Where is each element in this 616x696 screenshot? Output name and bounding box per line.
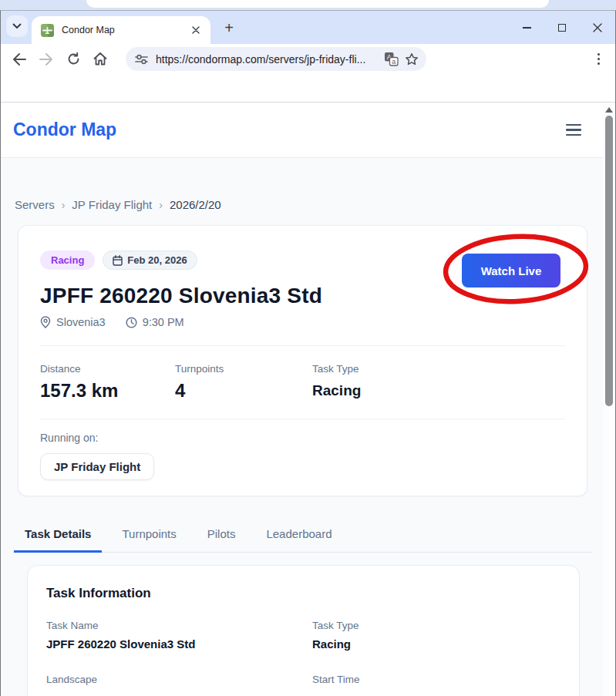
menu-button[interactable]: [563, 121, 584, 140]
field-task-type: Task Type Racing: [312, 601, 560, 651]
scrollbar-thumb[interactable]: [605, 116, 613, 406]
running-on-label: Running on:: [40, 432, 565, 444]
date-badge-label: Feb 20, 2026: [127, 254, 187, 266]
tab-task-details[interactable]: Task Details: [14, 527, 102, 553]
tab-close-icon[interactable]: [189, 23, 203, 37]
screenshot: Condor Map +: [0, 0, 616, 696]
detail-tabs: Task Details Turnpoints Pilots Leaderboa…: [13, 527, 592, 553]
breadcrumb-separator: ›: [62, 199, 66, 211]
svg-text:a: a: [392, 58, 396, 66]
racing-badge: Racing: [40, 250, 95, 270]
landscape-meta: Slovenia3: [40, 316, 106, 328]
stat-distance: Distance 157.3 km: [40, 346, 175, 402]
window-minimize-button[interactable]: [509, 11, 544, 44]
scrollbar-up-arrow[interactable]: [605, 107, 613, 113]
task-summary-card: Racing Feb 20, 2026 Watch Live JPFF 2602…: [18, 225, 587, 496]
breadcrumb-separator: ›: [159, 199, 163, 211]
close-icon: [593, 23, 602, 32]
site-header: Condor Map: [1, 103, 604, 158]
task-meta-row: Slovenia3 9:30 PM: [40, 316, 565, 328]
page-scrollbar[interactable]: [603, 103, 615, 696]
landscape-name: Slovenia3: [56, 316, 106, 328]
stat-task-type: Task Type Racing: [312, 346, 565, 402]
chevron-down-icon: [12, 23, 22, 29]
url-text[interactable]: https://condormap.com/servers/jp-friday-…: [156, 53, 378, 66]
breadcrumb-current-date: 2026/2/20: [170, 198, 221, 211]
server-chip[interactable]: JP Friday Flight: [40, 453, 154, 480]
stats-row: Distance 157.3 km Turnpoints 4 Task Type…: [40, 346, 565, 402]
back-icon: [12, 53, 26, 66]
page-body: Servers › JP Friday Flight › 2026/2/20 R…: [1, 158, 604, 696]
site-logo[interactable]: Condor Map: [13, 119, 116, 140]
task-information-card: Task Information Task Name JPFF 260220 S…: [27, 565, 580, 696]
browser-menu-button[interactable]: [589, 49, 608, 70]
time-meta: 9:30 PM: [126, 316, 184, 328]
task-information-title: Task Information: [46, 586, 560, 601]
clock-icon: [126, 317, 137, 328]
field-landscape: Landscape: [46, 651, 312, 685]
breadcrumb: Servers › JP Friday Flight › 2026/2/20: [13, 158, 592, 211]
start-time: 9:30 PM: [143, 316, 184, 328]
condor-map-favicon-icon: [41, 24, 54, 37]
page-viewport: Condor Map Servers › JP Friday Flight › …: [1, 103, 615, 696]
translate-icon: A a: [384, 52, 399, 66]
kebab-icon: [597, 53, 600, 55]
location-pin-icon: [40, 316, 51, 328]
new-tab-button[interactable]: +: [219, 18, 239, 38]
home-icon: [93, 52, 107, 66]
calendar-icon: [113, 255, 123, 266]
date-badge: Feb 20, 2026: [103, 250, 197, 270]
browser-tabstrip: Condor Map +: [1, 11, 615, 44]
maximize-icon: [558, 24, 566, 32]
window-close-button[interactable]: [580, 11, 615, 44]
background-window-edge: [86, 0, 549, 8]
browser-window: Condor Map +: [0, 10, 616, 696]
back-button[interactable]: [8, 49, 30, 70]
minimize-icon: [523, 27, 531, 29]
reload-button[interactable]: [62, 49, 84, 70]
tab-turnpoints[interactable]: Turnpoints: [111, 527, 187, 553]
field-start-time: Start Time: [312, 651, 560, 685]
stat-turnpoints: Turnpoints 4: [175, 346, 312, 402]
browser-toolbar: https://condormap.com/servers/jp-friday-…: [1, 44, 615, 74]
window-maximize-button[interactable]: [544, 11, 580, 44]
tab-title: Condor Map: [62, 25, 189, 35]
translate-button[interactable]: A a: [384, 52, 399, 66]
bookmarks-bar: [1, 74, 615, 103]
address-bar[interactable]: https://condormap.com/servers/jp-friday-…: [126, 47, 426, 71]
breadcrumb-servers[interactable]: Servers: [15, 198, 55, 211]
divider: [40, 419, 565, 419]
site-settings-icon: [135, 54, 148, 65]
home-button[interactable]: [89, 49, 111, 70]
browser-tab-condor-map[interactable]: Condor Map: [32, 16, 210, 44]
star-icon: [405, 52, 419, 66]
tab-pilots[interactable]: Pilots: [197, 527, 247, 553]
background-sliver: [0, 0, 616, 10]
tab-leaderboard[interactable]: Leaderboard: [255, 527, 342, 553]
hamburger-icon: [566, 124, 581, 126]
tab-search-button[interactable]: [6, 15, 28, 37]
breadcrumb-server-name[interactable]: JP Friday Flight: [72, 198, 152, 211]
forward-button[interactable]: [35, 49, 57, 70]
field-task-name: Task Name JPFF 260220 Slovenia3 Std: [46, 601, 312, 651]
bookmark-button[interactable]: [405, 52, 419, 66]
window-controls: [509, 11, 615, 44]
forward-icon: [39, 53, 53, 66]
reload-icon: [67, 52, 80, 66]
watch-live-button[interactable]: Watch Live: [462, 254, 560, 287]
task-information-grid: Task Name JPFF 260220 Slovenia3 Std Task…: [46, 601, 560, 685]
condor-map-page: Condor Map Servers › JP Friday Flight › …: [1, 103, 604, 696]
